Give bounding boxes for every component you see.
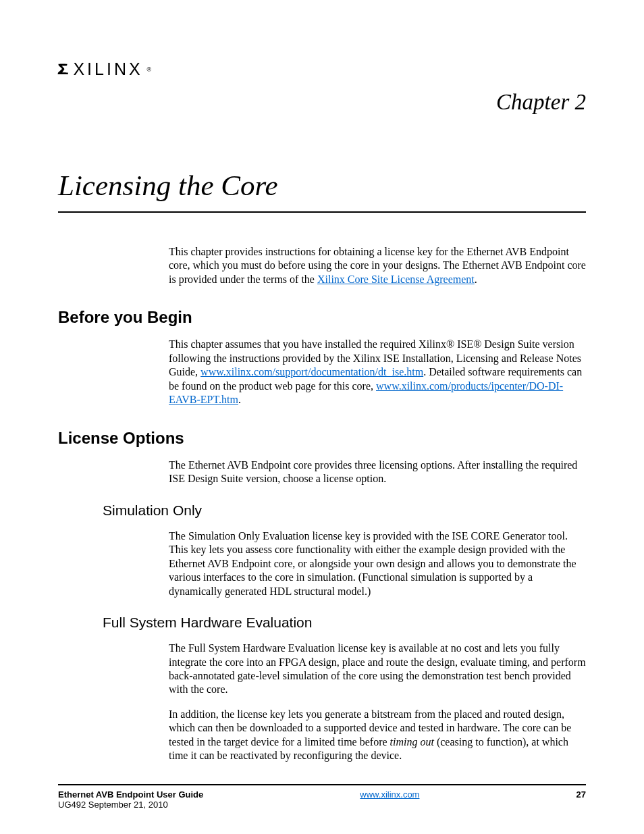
intro-paragraph: This chapter provides instructions for o… [169,245,586,286]
footer-doc-id: UG492 September 21, 2010 [58,800,203,810]
ise-docs-link[interactable]: www.xilinx.com/support/documentation/dt_… [200,366,423,377]
license-intro: The Ethernet AVB Endpoint core provides … [169,459,586,486]
heading-license-options: License Options [58,429,586,448]
sim-paragraph: The Simulation Only Evaluation license k… [169,529,586,598]
hw-paragraph-2: In addition, the license key lets you ge… [169,708,586,763]
footer-left: Ethernet AVB Endpoint User Guide UG492 S… [58,789,203,810]
heading-simulation-only: Simulation Only [103,502,586,519]
heading-full-system-hw: Full System Hardware Evaluation [103,615,586,631]
page-title: Licensing the Core [58,169,586,209]
before-paragraph: This chapter assumes that you have insta… [169,338,586,407]
title-rule [58,211,586,213]
logo-mark-icon: ΣΣ [58,61,69,78]
logo-text: XILINX [73,59,142,79]
intro-text-b: . [475,273,477,285]
hw-p2-italic: timing out [390,736,434,748]
footer-rule [58,784,586,785]
chapter-label: Chapter 2 [58,90,586,115]
hw-paragraph-1: The Full System Hardware Evaluation lice… [169,642,586,697]
footer-page-number: 27 [576,789,586,800]
heading-before-you-begin: Before you Begin [58,308,586,327]
footer-site-link[interactable]: www.xilinx.com [360,789,419,800]
before-text-c: . [238,394,241,405]
logo-reg: ® [147,66,152,73]
footer-guide-title: Ethernet AVB Endpoint User Guide [58,789,203,800]
xilinx-logo: ΣΣ XILINX® [58,59,586,79]
page-footer: Ethernet AVB Endpoint User Guide UG492 S… [58,784,586,810]
license-agreement-link[interactable]: Xilinx Core Site License Agreement [317,273,475,285]
